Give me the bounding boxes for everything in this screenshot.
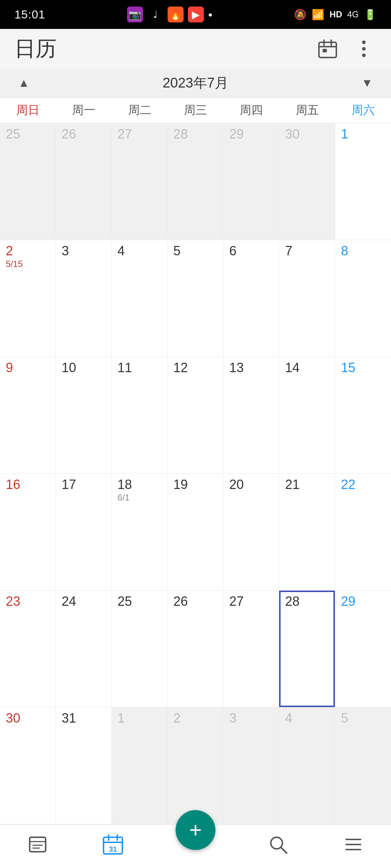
calendar-cell[interactable]: 26 — [56, 123, 112, 240]
status-icon-tiktok: ♩ — [147, 7, 163, 22]
calendar-cell[interactable]: 27 — [223, 591, 279, 707]
cell-date-number: 4 — [285, 711, 292, 726]
calendar-cell[interactable]: 2 — [168, 707, 223, 824]
nav-calendar[interactable]: 31 — [75, 834, 151, 860]
add-event-fab[interactable]: + — [176, 810, 215, 850]
status-time: 15:01 — [14, 8, 45, 21]
cell-date-number: 20 — [229, 477, 244, 492]
header-action-icons — [315, 36, 377, 61]
month-year-title: 2023年7月 — [163, 74, 228, 92]
cell-date-number: 8 — [341, 243, 348, 258]
cell-date-number: 21 — [285, 477, 299, 492]
cell-date-number: 17 — [62, 477, 76, 492]
cell-date-number: 5 — [173, 243, 181, 258]
calendar-cell[interactable]: 5 — [168, 240, 223, 357]
calendar-cell[interactable]: 29 — [335, 591, 391, 707]
status-dot: ● — [208, 10, 213, 19]
cell-date-number: 29 — [229, 127, 244, 141]
next-month-button[interactable]: ▼ — [358, 73, 377, 93]
cell-date-number: 25 — [6, 127, 20, 141]
nav-schedule[interactable] — [0, 834, 75, 859]
calendar-cell[interactable]: 7 — [279, 240, 335, 357]
calendar-cell[interactable]: 12 — [168, 357, 223, 474]
calendar-cell[interactable]: 21 — [279, 474, 335, 591]
battery-icon: 🔋 — [364, 9, 377, 21]
cell-date-number: 2 — [6, 243, 13, 258]
cell-date-number: 13 — [229, 360, 244, 375]
calendar-cell[interactable]: 24 — [56, 591, 112, 707]
calendar-cell[interactable]: 30 — [279, 123, 335, 240]
calendar-cell[interactable]: 31 — [56, 707, 112, 824]
calendar-cell[interactable]: 6 — [223, 240, 279, 357]
calendar-cell[interactable]: 3 — [223, 707, 279, 824]
hd-label: HD — [329, 9, 342, 20]
calendar-cell[interactable]: 8 — [335, 240, 391, 357]
calendar-cell[interactable]: 30 — [0, 707, 56, 824]
calendar-cell[interactable]: 29 — [223, 123, 279, 240]
calendar-view-button[interactable] — [315, 36, 340, 61]
calendar-cell[interactable]: 4 — [112, 240, 168, 357]
status-right-icons: 🔕 📶 HD 4G 🔋 — [294, 9, 377, 21]
calendar-cell[interactable]: 17 — [56, 474, 112, 591]
header-tuesday: 周二 — [112, 98, 168, 123]
calendar-cell[interactable]: 14 — [279, 357, 335, 474]
calendar-cell[interactable]: 27 — [112, 123, 168, 240]
calendar-cell[interactable]: 1 — [112, 707, 168, 824]
more-options-button[interactable] — [351, 36, 377, 61]
app-header: 日历 — [0, 29, 391, 69]
cell-date-number: 9 — [6, 360, 13, 375]
calendar-cell[interactable]: 3 — [56, 240, 112, 357]
svg-text:31: 31 — [109, 845, 117, 853]
cell-date-number: 5 — [341, 711, 348, 726]
weekday-headers: 周日 周一 周二 周三 周四 周五 周六 — [0, 98, 391, 123]
svg-rect-8 — [30, 837, 46, 852]
calendar-cell[interactable]: 186/1 — [112, 474, 168, 591]
calendar-cell[interactable]: 25/15 — [0, 240, 56, 357]
calendar-cell[interactable]: 4 — [279, 707, 335, 824]
calendar-cell[interactable]: 5 — [335, 707, 391, 824]
nav-menu[interactable] — [316, 834, 391, 859]
calendar-cell[interactable]: 13 — [223, 357, 279, 474]
cell-lunar-date: 5/15 — [6, 259, 50, 269]
calendar-cell[interactable]: 25 — [0, 123, 56, 240]
calendar-cell[interactable]: 25 — [112, 591, 168, 707]
prev-month-button[interactable]: ▲ — [14, 73, 33, 93]
calendar-cell[interactable]: 9 — [0, 357, 56, 474]
calendar-cell[interactable]: 19 — [168, 474, 223, 591]
cell-date-number: 4 — [118, 243, 125, 258]
status-icon-youtube: ▶ — [188, 7, 204, 22]
cell-date-number: 7 — [285, 243, 292, 258]
menu-icon — [343, 834, 363, 859]
calendar-cell[interactable]: 10 — [56, 357, 112, 474]
calendar-cell[interactable]: 20 — [223, 474, 279, 591]
cell-lunar-date: 6/1 — [118, 493, 161, 503]
calendar-cell[interactable]: 28 — [168, 123, 223, 240]
schedule-icon — [28, 834, 48, 859]
status-icon-fire: 🔥 — [168, 7, 184, 22]
cell-date-number: 28 — [285, 594, 299, 609]
calendar-cell[interactable]: 28 — [279, 591, 335, 707]
cell-date-number: 12 — [173, 360, 188, 375]
cell-date-number: 23 — [6, 594, 20, 609]
nav-search[interactable] — [241, 834, 316, 859]
calendar-cell[interactable]: 11 — [112, 357, 168, 474]
calendar-cell[interactable]: 22 — [335, 474, 391, 591]
wifi-icon: 📶 — [312, 9, 324, 21]
cell-date-number: 10 — [62, 360, 76, 375]
status-bar: 15:01 📷 ♩ 🔥 ▶ ● 🔕 📶 HD 4G 🔋 — [0, 0, 391, 29]
calendar-cell[interactable]: 23 — [0, 591, 56, 707]
cell-date-number: 24 — [62, 594, 76, 609]
add-icon: + — [189, 819, 202, 841]
cell-date-number: 14 — [285, 360, 299, 375]
month-navigation: ▲ 2023年7月 ▼ — [0, 69, 391, 98]
cell-date-number: 2 — [173, 711, 181, 726]
cell-date-number: 1 — [341, 127, 348, 141]
calendar-cell[interactable]: 16 — [0, 474, 56, 591]
header-wednesday: 周三 — [168, 98, 223, 123]
calendar-cell[interactable]: 1 — [335, 123, 391, 240]
header-friday: 周五 — [279, 98, 335, 123]
calendar-cell[interactable]: 26 — [168, 591, 223, 707]
cell-date-number: 26 — [173, 594, 188, 609]
svg-rect-0 — [319, 42, 336, 58]
calendar-cell[interactable]: 15 — [335, 357, 391, 474]
